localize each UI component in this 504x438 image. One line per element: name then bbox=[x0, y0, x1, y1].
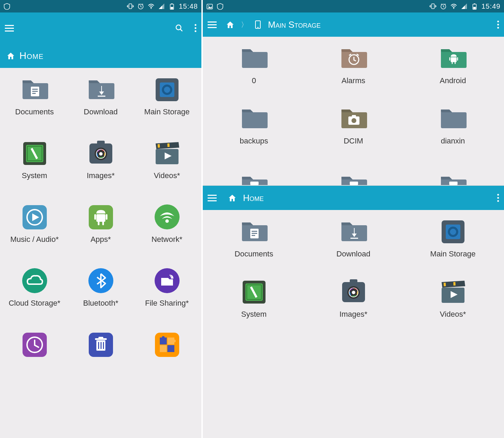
item-system[interactable]: System bbox=[204, 277, 304, 336]
item-music[interactable]: Music / Audio* bbox=[1, 202, 68, 265]
item-recent[interactable] bbox=[1, 330, 68, 392]
trash-icon bbox=[87, 330, 115, 358]
item-images[interactable]: Images* bbox=[304, 277, 403, 336]
dcim-folder-icon bbox=[339, 104, 368, 132]
grid-top: 0 Alarms Android backups DCIM dianxin bbox=[203, 37, 504, 185]
vibrate-icon bbox=[429, 3, 436, 10]
documents-icon bbox=[20, 75, 49, 103]
breadcrumb-title: Main Storage bbox=[268, 19, 321, 30]
statusbar-left: 15:48 bbox=[0, 0, 201, 12]
system-icon bbox=[20, 139, 49, 167]
alarms-folder-icon bbox=[339, 44, 368, 72]
alarm-icon bbox=[440, 3, 447, 10]
breadcrumb-title: Home bbox=[243, 193, 264, 203]
item-network[interactable]: Network* bbox=[134, 202, 200, 265]
statusbar-right: 15:49 bbox=[203, 0, 504, 12]
phone-right: 15:49 〉 Main Storage 0 Alarms Android ba… bbox=[203, 0, 504, 438]
grid-bottom: Documents Download Main Storage System I… bbox=[203, 210, 504, 438]
menu-icon[interactable] bbox=[5, 24, 14, 32]
item-videos[interactable]: Videos* bbox=[134, 139, 200, 201]
apps-icon bbox=[87, 202, 115, 231]
phone-left: 15:48 Home Documents Download Main Stora… bbox=[0, 0, 203, 438]
item-plugins[interactable] bbox=[134, 330, 200, 392]
item-documents[interactable]: Documents bbox=[1, 75, 68, 137]
menu-icon[interactable] bbox=[208, 21, 217, 28]
shield-icon bbox=[217, 3, 224, 10]
folder-android[interactable]: Android bbox=[403, 44, 503, 103]
network-icon bbox=[153, 202, 181, 231]
appbar-left bbox=[0, 12, 201, 44]
folder-alarms[interactable]: Alarms bbox=[304, 44, 403, 103]
folder-dianxin[interactable]: dianxin bbox=[403, 104, 503, 163]
breadcrumb-title: Home bbox=[19, 50, 44, 61]
folder-0[interactable]: 0 bbox=[204, 44, 304, 103]
pane-top: 〉 Main Storage 0 Alarms Android backups … bbox=[203, 12, 504, 185]
phone-icon bbox=[254, 20, 262, 29]
appbar-top: 〉 Main Storage bbox=[203, 12, 504, 37]
item-system[interactable]: System bbox=[1, 139, 68, 201]
folder-icon bbox=[240, 171, 268, 185]
system-icon bbox=[240, 277, 268, 306]
status-time: 15:49 bbox=[481, 2, 501, 10]
videos-icon bbox=[153, 139, 181, 167]
main-storage-icon bbox=[153, 75, 181, 103]
shield-icon bbox=[3, 3, 10, 10]
bluetooth-icon bbox=[87, 266, 115, 295]
folder-icon bbox=[439, 104, 467, 132]
cloud-icon bbox=[20, 266, 49, 295]
breadcrumb-left: Home bbox=[0, 44, 201, 68]
item-download[interactable]: Download bbox=[68, 75, 134, 137]
plugins-icon bbox=[153, 330, 181, 358]
more-icon[interactable] bbox=[194, 24, 197, 32]
item-download[interactable]: Download bbox=[304, 217, 403, 276]
item-documents[interactable]: Documents bbox=[204, 217, 304, 276]
recent-icon bbox=[20, 330, 49, 358]
alarm-icon bbox=[137, 3, 144, 10]
wifi-icon bbox=[450, 3, 457, 10]
download-icon bbox=[87, 75, 115, 103]
pane-bottom: Home Documents Download Main Storage Sys… bbox=[203, 185, 504, 438]
vibrate-icon bbox=[127, 3, 134, 10]
documents-icon bbox=[240, 217, 268, 245]
folder-partial-2[interactable] bbox=[304, 164, 403, 185]
item-main-storage[interactable]: Main Storage bbox=[403, 217, 503, 276]
home-icon[interactable] bbox=[226, 20, 235, 29]
main-storage-icon bbox=[439, 217, 467, 245]
wifi-icon bbox=[148, 3, 155, 10]
images-icon bbox=[339, 277, 368, 306]
chevron-right-icon: 〉 bbox=[241, 20, 248, 29]
folder-partial-1[interactable] bbox=[204, 164, 304, 185]
folder-backups[interactable]: backups bbox=[204, 104, 304, 163]
item-videos[interactable]: Videos* bbox=[403, 277, 503, 336]
folder-icon bbox=[339, 171, 368, 185]
images-icon bbox=[87, 139, 115, 167]
appbar-bottom: Home bbox=[203, 186, 504, 210]
image-notif-icon bbox=[206, 3, 213, 10]
status-time: 15:48 bbox=[179, 2, 198, 10]
item-main-storage[interactable]: Main Storage bbox=[134, 75, 200, 137]
item-filesharing[interactable]: File Sharing* bbox=[134, 266, 200, 328]
music-icon bbox=[20, 202, 49, 231]
filesharing-icon bbox=[153, 266, 181, 295]
folder-icon bbox=[240, 104, 268, 132]
folder-dcim[interactable]: DCIM bbox=[304, 104, 403, 163]
item-bluetooth[interactable]: Bluetooth* bbox=[68, 266, 134, 328]
android-folder-icon bbox=[439, 44, 467, 72]
more-icon[interactable] bbox=[497, 194, 499, 202]
more-icon[interactable] bbox=[497, 20, 499, 29]
signal-icon bbox=[461, 3, 468, 10]
folder-icon bbox=[240, 44, 268, 72]
menu-icon[interactable] bbox=[208, 194, 217, 202]
item-trash[interactable] bbox=[68, 330, 134, 392]
home-icon[interactable] bbox=[6, 52, 15, 60]
signal-icon bbox=[158, 3, 165, 10]
folder-icon bbox=[439, 171, 467, 185]
download-icon bbox=[339, 217, 368, 245]
item-cloud[interactable]: Cloud Storage* bbox=[1, 266, 68, 328]
item-apps[interactable]: Apps* bbox=[68, 202, 134, 265]
item-images[interactable]: Images* bbox=[68, 139, 134, 201]
folder-partial-3[interactable] bbox=[403, 164, 503, 185]
search-icon[interactable] bbox=[175, 24, 183, 32]
battery-icon bbox=[168, 3, 175, 10]
home-icon[interactable] bbox=[228, 194, 237, 202]
